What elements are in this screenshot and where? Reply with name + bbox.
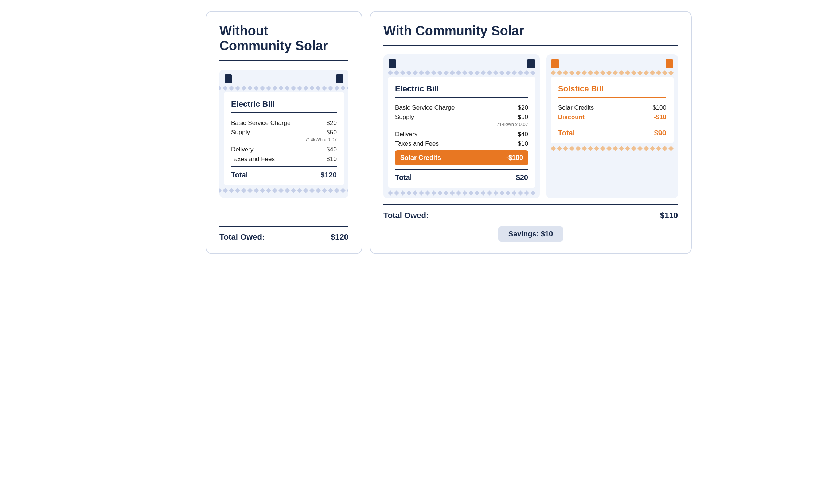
dot-diamond xyxy=(462,70,467,75)
solstice-total-line: Total $90 xyxy=(558,129,666,137)
without-total-line: Total $120 xyxy=(231,171,337,179)
dot-diamond xyxy=(321,86,327,91)
card-with: With Community Solar Electric Bill Basic… xyxy=(370,11,692,254)
without-title-divider xyxy=(219,60,348,61)
with-footer-value: $110 xyxy=(660,211,678,220)
dot-diamond xyxy=(400,70,405,75)
receipt-dots-electric-top xyxy=(383,69,540,77)
with-title: With Community Solar xyxy=(383,23,678,38)
dot-diamond xyxy=(551,146,556,151)
with-supply: Supply $50 xyxy=(395,114,528,121)
savings-badge-row: Savings: $10 xyxy=(383,226,678,242)
dot-diamond xyxy=(266,86,271,91)
dot-diamond xyxy=(241,86,246,91)
dot-diamond xyxy=(650,70,655,75)
with-taxes: Taxes and Fees $10 xyxy=(395,140,528,147)
dot-diamond xyxy=(297,86,302,91)
dot-diamond xyxy=(340,86,345,91)
with-electric-total-label: Total xyxy=(395,173,412,182)
dot-diamond xyxy=(388,190,393,196)
dot-diamond xyxy=(450,190,455,196)
receipt-dots-bottom-without xyxy=(219,185,348,196)
dot-diamond xyxy=(493,70,498,75)
dot-diamond xyxy=(222,86,227,91)
dot-diamond xyxy=(481,190,486,196)
dot-diamond xyxy=(582,146,587,151)
with-footer-label: Total Owed: xyxy=(383,211,429,220)
with-solar-credits-highlight: Solar Credits -$100 xyxy=(395,150,528,165)
binder-hole-solstice-right xyxy=(666,59,673,68)
with-receipts-row: Electric Bill Basic Service Charge $20 S… xyxy=(383,54,678,198)
with-taxes-label: Taxes and Fees xyxy=(395,140,439,147)
dot-diamond xyxy=(456,190,461,196)
main-container: WithoutCommunity Solar Electric Bill Bas… xyxy=(206,11,617,254)
with-solstice-heading-divider xyxy=(558,97,666,98)
with-title-divider xyxy=(383,45,678,46)
binder-hole-left xyxy=(225,74,232,83)
dot-diamond xyxy=(656,146,661,151)
dot-diamond xyxy=(431,70,436,75)
binder-hole-right xyxy=(336,74,343,83)
without-taxes: Taxes and Fees $10 xyxy=(231,155,337,163)
dot-diamond xyxy=(563,146,568,151)
dot-diamond xyxy=(481,70,486,75)
binder-hole-solstice-left xyxy=(551,59,559,68)
without-basic-service-value: $20 xyxy=(327,119,337,127)
without-footer-value: $120 xyxy=(331,232,348,242)
dot-diamond xyxy=(644,70,649,75)
solstice-solar-credits-value: $100 xyxy=(652,104,666,111)
card-without: WithoutCommunity Solar Electric Bill Bas… xyxy=(206,11,362,254)
dot-diamond xyxy=(222,188,227,193)
with-electric-total-divider xyxy=(395,169,528,170)
dot-diamond xyxy=(400,190,405,196)
without-footer-label: Total Owed: xyxy=(219,232,265,242)
dot-diamond xyxy=(456,70,461,75)
dot-diamond xyxy=(290,188,296,193)
with-basic-service-value: $20 xyxy=(518,104,528,111)
dot-diamond xyxy=(303,86,308,91)
without-delivery: Delivery $40 xyxy=(231,146,337,153)
without-footer-divider xyxy=(219,226,348,227)
dot-diamond xyxy=(425,190,430,196)
dot-diamond xyxy=(260,188,265,193)
dot-diamond xyxy=(406,190,412,196)
dot-diamond xyxy=(493,190,498,196)
with-delivery-value: $40 xyxy=(518,131,528,138)
dot-diamond xyxy=(530,70,535,75)
without-supply-label: Supply xyxy=(231,129,250,136)
with-taxes-value: $10 xyxy=(518,140,528,147)
dot-diamond xyxy=(668,146,674,151)
dot-diamond xyxy=(444,190,449,196)
dot-diamond xyxy=(290,86,296,91)
dot-diamond xyxy=(437,70,442,75)
dot-diamond xyxy=(419,190,424,196)
dot-diamond xyxy=(475,70,480,75)
dot-diamond xyxy=(631,70,636,75)
dot-diamond xyxy=(346,188,348,193)
dot-diamond xyxy=(650,146,655,151)
dot-diamond xyxy=(462,190,467,196)
dot-diamond xyxy=(506,190,511,196)
without-total-divider xyxy=(231,166,337,167)
receipt-dots-solstice-bottom xyxy=(546,143,678,154)
dot-diamond xyxy=(518,70,523,75)
dot-diamond xyxy=(594,70,599,75)
dot-diamond xyxy=(512,190,517,196)
solstice-total-divider xyxy=(558,125,666,125)
dot-diamond xyxy=(229,86,234,91)
dot-diamond xyxy=(576,70,581,75)
dot-diamond xyxy=(662,146,667,151)
receipt-top-with-electric xyxy=(383,54,540,69)
dot-diamond xyxy=(606,70,612,75)
dot-diamond xyxy=(235,188,240,193)
without-supply: Supply $50 xyxy=(231,129,337,136)
dot-diamond xyxy=(594,146,599,151)
dot-diamond xyxy=(600,70,605,75)
with-solar-credits-label: Solar Credits xyxy=(400,154,441,162)
dot-diamond xyxy=(272,188,277,193)
dot-diamond xyxy=(334,188,339,193)
dot-diamond xyxy=(309,188,314,193)
dot-diamond xyxy=(394,70,399,75)
dot-diamond xyxy=(631,146,636,151)
dot-diamond xyxy=(606,146,612,151)
